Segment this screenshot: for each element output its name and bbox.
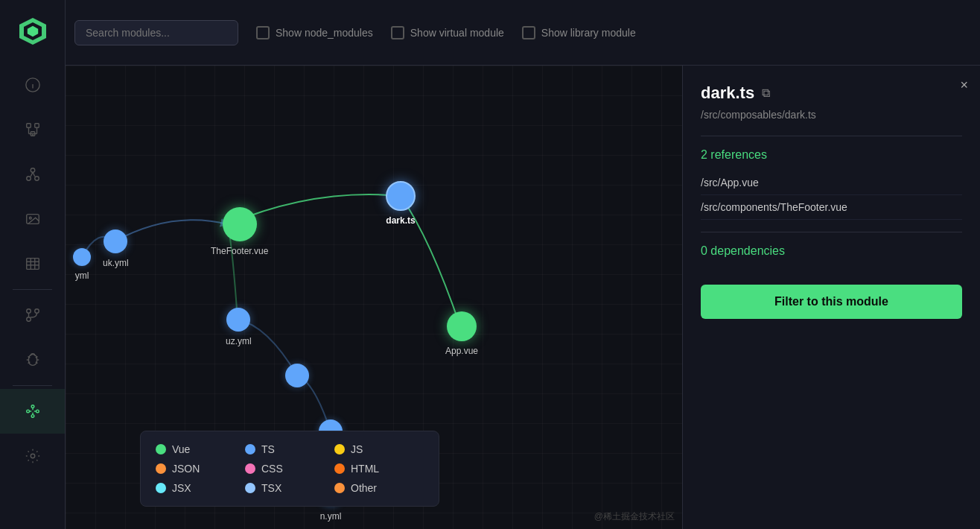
legend-css: CSS	[245, 463, 334, 475]
node-yml[interactable]: yml	[73, 248, 91, 281]
sidebar-item-nodes[interactable]	[0, 152, 65, 197]
svg-point-37	[36, 410, 39, 413]
legend-jsx: JSX	[156, 482, 245, 494]
watermark: @稀土掘金技术社区	[594, 510, 675, 523]
ref-item-2[interactable]: /src/components/TheFooter.vue	[701, 195, 962, 220]
node-label-uk: uk.yml	[103, 258, 129, 268]
references-title: 2 references	[701, 148, 962, 162]
node-dark-ts[interactable]: dark.ts	[386, 181, 416, 226]
show-node-modules-text: Show node_modules	[276, 27, 373, 39]
svg-point-27	[34, 309, 39, 314]
node-label-uz: uz.yml	[226, 336, 252, 346]
legend-label-vue: Vue	[172, 443, 190, 455]
svg-point-36	[31, 405, 34, 408]
legend-label-ts: TS	[261, 443, 275, 455]
svg-point-25	[26, 317, 31, 322]
svg-rect-6	[26, 124, 31, 128]
legend-dot-other	[334, 483, 345, 493]
legend-dot-css	[245, 463, 255, 474]
node-label-n3: n.yml	[320, 511, 342, 522]
legend-html: HTML	[334, 463, 424, 475]
sidebar-item-info[interactable]	[0, 63, 65, 107]
legend-other: Other	[334, 482, 424, 494]
dependencies-title: 0 dependencies	[701, 244, 962, 258]
panel-divider-1	[701, 136, 962, 136]
show-library-module-text: Show library module	[541, 27, 636, 39]
search-input[interactable]	[74, 20, 238, 45]
panel-title-row: dark.ts ⧉	[701, 83, 962, 103]
legend-json: JSON	[156, 463, 245, 475]
sidebar-divider	[13, 289, 51, 290]
node-label-dark-ts: dark.ts	[386, 215, 415, 226]
show-virtual-module-checkbox[interactable]	[391, 26, 404, 39]
legend-tsx: TSX	[245, 482, 334, 494]
show-library-module-checkbox[interactable]	[522, 26, 535, 39]
legend-dot-json	[156, 463, 166, 474]
sidebar-item-settings[interactable]	[0, 434, 65, 478]
sidebar-item-bug[interactable]	[0, 338, 65, 382]
legend-dot-js	[334, 444, 345, 454]
sidebar-item-hierarchy[interactable]	[0, 107, 65, 152]
svg-point-26	[26, 309, 31, 314]
legend-label-tsx: TSX	[261, 482, 281, 494]
node-label-yml: yml	[75, 270, 89, 281]
sidebar-divider-2	[13, 385, 51, 386]
sidebar-item-git[interactable]	[0, 293, 65, 338]
svg-point-14	[26, 177, 31, 181]
node-uk-yml[interactable]: uk.yml	[103, 229, 129, 268]
right-panel: × dark.ts ⧉ /src/composables/dark.ts 2 r…	[682, 66, 980, 529]
filter-button[interactable]: Filter to this module	[701, 285, 962, 319]
show-virtual-module-text: Show virtual module	[410, 27, 504, 39]
graph-canvas[interactable]: dark.ts TheFooter.vue uk.yml yml uz.yml …	[66, 66, 682, 529]
show-node-modules-checkbox[interactable]	[256, 26, 270, 39]
panel-path: /src/composables/dark.ts	[701, 109, 962, 121]
panel-divider-2	[701, 232, 962, 232]
show-node-modules-label[interactable]: Show node_modules	[256, 26, 373, 39]
show-virtual-module-label[interactable]: Show virtual module	[391, 26, 504, 39]
legend-dot-vue	[156, 444, 166, 454]
topbar: Show node_modules Show virtual module Sh…	[0, 0, 980, 66]
svg-point-19	[29, 217, 31, 219]
svg-line-17	[33, 172, 35, 177]
node-app-vue[interactable]: App.vue	[445, 311, 478, 356]
legend-label-css: CSS	[261, 463, 283, 475]
svg-point-13	[31, 168, 35, 173]
legend-label-jsx: JSX	[172, 482, 191, 494]
svg-point-35	[26, 410, 29, 413]
legend: Vue TS JS JSON CSS HTML JSX TSX	[140, 431, 439, 507]
svg-point-38	[31, 415, 34, 418]
svg-point-43	[31, 454, 35, 458]
show-library-module-label[interactable]: Show library module	[522, 26, 636, 39]
svg-point-15	[34, 177, 39, 181]
node-label-app: App.vue	[445, 346, 478, 356]
legend-label-other: Other	[351, 482, 377, 494]
node-label-thefooter: TheFooter.vue	[211, 246, 268, 256]
legend-ts: TS	[245, 443, 334, 455]
ref-item-1[interactable]: /src/App.vue	[701, 171, 962, 195]
node-extra1[interactable]	[285, 364, 309, 387]
legend-label-json: JSON	[172, 463, 200, 475]
svg-line-16	[31, 172, 33, 177]
close-button[interactable]: ×	[960, 77, 968, 93]
svg-rect-20	[26, 259, 39, 270]
legend-dot-jsx	[156, 483, 166, 493]
sidebar-item-image[interactable]	[0, 197, 65, 241]
node-uz-yml[interactable]: uz.yml	[226, 308, 252, 346]
logo	[16, 15, 49, 48]
sidebar	[0, 0, 66, 529]
legend-js: JS	[334, 443, 424, 455]
legend-vue: Vue	[156, 443, 245, 455]
copy-icon[interactable]: ⧉	[762, 86, 770, 100]
panel-title-text: dark.ts	[701, 83, 754, 103]
legend-dot-html	[334, 463, 345, 474]
legend-dot-tsx	[245, 483, 255, 493]
legend-dot-ts	[245, 444, 255, 454]
legend-label-js: JS	[351, 443, 363, 455]
svg-rect-7	[34, 124, 39, 128]
node-thefooter-vue[interactable]: TheFooter.vue	[211, 207, 268, 256]
sidebar-item-table[interactable]	[0, 241, 65, 286]
legend-label-html: HTML	[351, 463, 379, 475]
sidebar-item-graph[interactable]	[0, 389, 65, 434]
